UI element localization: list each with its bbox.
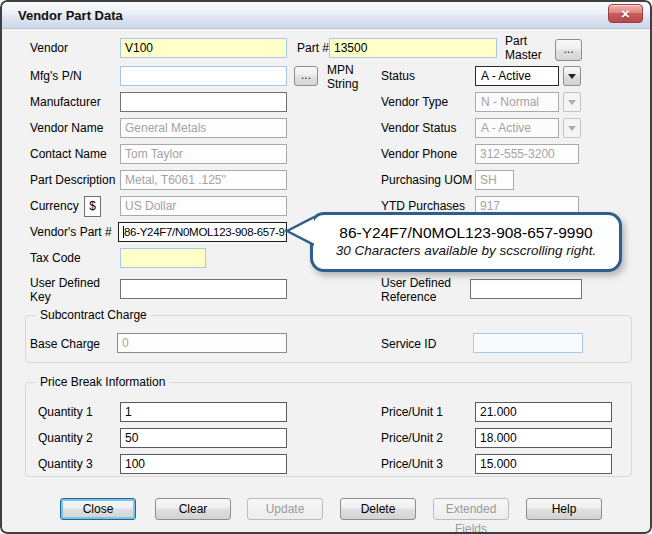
- purchasing-uom-field: SH: [475, 170, 514, 190]
- subcontract-charge-title: Subcontract Charge: [36, 308, 151, 322]
- base-charge-label: Base Charge: [30, 337, 100, 351]
- quantity-1-label: Quantity 1: [38, 405, 93, 419]
- titlebar: Vendor Part Data: [2, 2, 650, 29]
- close-button[interactable]: Close: [60, 498, 136, 520]
- quantity-3-input[interactable]: 100: [120, 454, 287, 474]
- manufacturer-input[interactable]: [120, 92, 287, 112]
- part-master-browse-button[interactable]: ...: [555, 39, 582, 61]
- quantity-3-label: Quantity 3: [38, 457, 93, 471]
- price-unit-2-label: Price/Unit 2: [381, 431, 443, 445]
- user-defined-reference-label: User Defined Reference: [381, 276, 451, 304]
- status-dropdown-button[interactable]: [563, 66, 581, 86]
- purchasing-uom-label: Purchasing UOM: [381, 173, 472, 187]
- callout-tail: [286, 214, 314, 248]
- window-title: Vendor Part Data: [18, 2, 123, 29]
- vendor-status-combo: A - Active: [475, 118, 559, 138]
- tax-code-input[interactable]: [120, 248, 206, 268]
- vendor-label: Vendor: [30, 41, 68, 55]
- vendor-input[interactable]: V100: [120, 38, 287, 58]
- close-window-button[interactable]: ×: [608, 4, 643, 23]
- chevron-down-icon: [568, 74, 576, 79]
- tax-code-label: Tax Code: [30, 251, 81, 265]
- vendors-part-number-input[interactable]: 86-Y24F7/N0MOL123-908-657-9990: [118, 222, 287, 242]
- clear-button[interactable]: Clear: [155, 498, 231, 520]
- contact-name-field: Tom Taylor: [120, 144, 287, 164]
- vendor-name-label: Vendor Name: [30, 121, 103, 135]
- chevron-down-icon: [568, 126, 576, 131]
- currency-label: Currency: [30, 199, 79, 213]
- vendor-type-label: Vendor Type: [381, 95, 448, 109]
- contact-name-label: Contact Name: [30, 147, 107, 161]
- mpn-string-label: MPN String: [327, 63, 358, 91]
- vendor-status-label: Vendor Status: [381, 121, 456, 135]
- quantity-2-input[interactable]: 50: [120, 428, 287, 448]
- price-unit-1-label: Price/Unit 1: [381, 405, 443, 419]
- callout-note: 30 Characters available by scscrolling r…: [313, 242, 619, 260]
- delete-button[interactable]: Delete: [340, 498, 416, 520]
- vendor-type-combo: N - Normal: [475, 92, 559, 112]
- user-defined-key-input[interactable]: [120, 279, 287, 299]
- vendor-phone-field: 312-555-3200: [475, 144, 579, 164]
- currency-field: US Dollar: [120, 196, 287, 216]
- vendors-part-number-text: 86-Y24F7/N0MOL123-908-657-9990: [124, 226, 287, 238]
- part-master-label: Part Master: [505, 34, 542, 62]
- mfg-pn-input[interactable]: [120, 66, 287, 86]
- part-description-field: Metal, T6061 .125'': [120, 170, 287, 190]
- price-unit-3-input[interactable]: 15.000: [475, 454, 612, 474]
- part-number-label: Part #: [297, 41, 329, 55]
- price-unit-2-input[interactable]: 18.000: [475, 428, 612, 448]
- chevron-down-icon: [568, 100, 576, 105]
- price-unit-3-label: Price/Unit 3: [381, 457, 443, 471]
- ytd-purchases-label: YTD Purchases: [381, 199, 465, 213]
- update-button: Update: [247, 498, 323, 520]
- mfg-pn-label: Mfg's P/N: [30, 69, 82, 83]
- help-button[interactable]: Help: [526, 498, 602, 520]
- vendors-part-number-label: Vendor's Part #: [30, 225, 112, 239]
- status-combo[interactable]: A - Active: [475, 66, 559, 86]
- callout-bubble: 86-Y24F7/N0MOL123-908-657-9990 30 Charac…: [310, 212, 622, 272]
- mpn-browse-button[interactable]: ...: [294, 66, 318, 86]
- quantity-2-label: Quantity 2: [38, 431, 93, 445]
- vendor-phone-label: Vendor Phone: [381, 147, 457, 161]
- base-charge-field: 0: [117, 333, 287, 353]
- service-id-label: Service ID: [381, 337, 436, 351]
- extended-fields-button: Extended Fields: [433, 498, 509, 520]
- service-id-input[interactable]: [473, 333, 583, 353]
- status-label: Status: [381, 69, 415, 83]
- manufacturer-label: Manufacturer: [30, 95, 101, 109]
- quantity-1-input[interactable]: 1: [120, 402, 287, 422]
- part-description-label: Part Description: [30, 173, 115, 187]
- part-number-input[interactable]: 13500: [329, 38, 497, 58]
- price-unit-1-input[interactable]: 21.000: [475, 402, 612, 422]
- close-icon: ×: [621, 5, 630, 22]
- vendor-part-data-dialog: Vendor Part Data × Vendor V100 Part # 13…: [0, 0, 652, 534]
- vendor-name-field: General Metals: [120, 118, 287, 138]
- currency-button[interactable]: $: [84, 196, 101, 217]
- user-defined-reference-input[interactable]: [470, 279, 582, 299]
- vendor-type-dropdown-button: [563, 92, 581, 112]
- price-break-title: Price Break Information: [36, 375, 169, 389]
- vendor-status-dropdown-button: [563, 118, 581, 138]
- user-defined-key-label: User Defined Key: [30, 276, 100, 304]
- callout-full-part-number: 86-Y24F7/N0MOL123-908-657-9990: [313, 223, 619, 242]
